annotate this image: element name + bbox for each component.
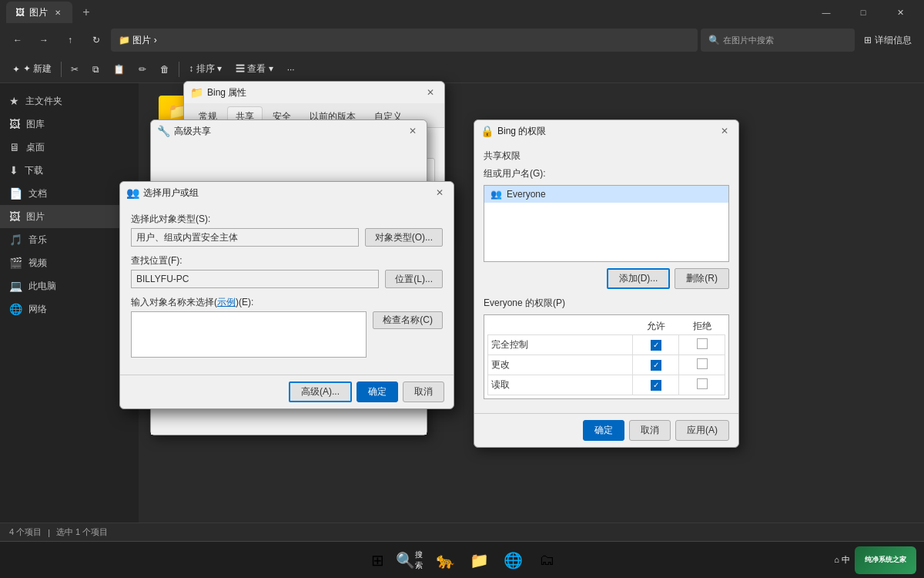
detail-icon: ⊞ bbox=[864, 35, 872, 45]
location-input[interactable] bbox=[131, 270, 379, 288]
delete-btn[interactable]: 🗑 bbox=[154, 59, 176, 80]
refresh-btn[interactable]: ↻ bbox=[85, 29, 108, 52]
user-list[interactable]: 👥 Everyone bbox=[484, 185, 729, 262]
perm-dialog-close[interactable]: ✕ bbox=[717, 123, 732, 139]
table-row: 读取 ✓ bbox=[488, 375, 725, 395]
maximize-btn[interactable]: □ bbox=[845, 0, 881, 25]
names-textarea[interactable] bbox=[131, 311, 367, 358]
perm-dialog-icon: 🔒 bbox=[480, 125, 493, 137]
user-select-close[interactable]: ✕ bbox=[432, 185, 447, 200]
more-btn[interactable]: ··· bbox=[281, 59, 301, 80]
forward-btn[interactable]: → bbox=[32, 29, 55, 52]
perm-ok-btn[interactable]: 确定 bbox=[583, 420, 624, 441]
perm-table: 允许 拒绝 完全控制 ✓ 更改 ✓ bbox=[487, 318, 725, 395]
close-btn[interactable]: ✕ bbox=[882, 0, 918, 25]
paste-btn[interactable]: 📋 bbox=[107, 59, 131, 80]
checkbox-change-deny bbox=[697, 358, 708, 369]
sort-btn[interactable]: ↕ 排序 ▾ bbox=[182, 59, 228, 80]
new-btn[interactable]: ✦ ✦ 新建 bbox=[6, 59, 58, 80]
copy-btn[interactable]: ⧉ bbox=[86, 59, 105, 80]
perm-change-deny[interactable] bbox=[679, 355, 725, 375]
remove-user-btn[interactable]: 删除(R) bbox=[675, 268, 729, 289]
obj-type-input[interactable] bbox=[131, 228, 359, 247]
props-dialog-close[interactable]: ✕ bbox=[423, 85, 438, 100]
location-input-row: 位置(L)... bbox=[131, 270, 443, 288]
back-btn[interactable]: ← bbox=[6, 29, 29, 52]
user-select-footer: 高级(A)... 确定 取消 bbox=[120, 375, 454, 408]
user-select-dialog[interactable]: 👥 选择用户或组 ✕ 选择此对象类型(S): 对象类型(O)... 查找位置(F… bbox=[119, 181, 454, 409]
check-names-btn[interactable]: 检查名称(C) bbox=[373, 311, 443, 329]
example-link[interactable]: 示例 bbox=[217, 297, 236, 307]
network-icon: 🌐 bbox=[9, 303, 22, 315]
add-user-btn[interactable]: 添加(D)... bbox=[607, 268, 671, 289]
taskbar-windows-btn[interactable]: ⊞ bbox=[362, 545, 393, 576]
perm-apply-btn[interactable]: 应用(A) bbox=[675, 420, 729, 441]
taskbar-search-btn[interactable]: 🔍 搜索 bbox=[396, 545, 427, 576]
sidebar-item-home[interactable]: ★ 主文件夹 bbox=[0, 89, 139, 113]
rename-btn[interactable]: ✏ bbox=[132, 59, 152, 80]
user-select-cancel-btn[interactable]: 取消 bbox=[403, 381, 444, 402]
location-btn[interactable]: 位置(L)... bbox=[385, 270, 443, 288]
selected-count: 选中 1 个项目 bbox=[56, 526, 108, 538]
user-select-titlebar: 👥 选择用户或组 ✕ bbox=[120, 182, 454, 203]
sidebar-item-music[interactable]: 🎵 音乐 bbox=[0, 228, 139, 251]
tray-icons: ⌂ 中 bbox=[834, 554, 850, 566]
table-row: 完全控制 ✓ bbox=[488, 335, 725, 355]
taskbar-widget-btn[interactable]: 🐆 bbox=[430, 545, 460, 576]
taskbar-store-btn[interactable]: 🗂 bbox=[531, 545, 562, 576]
perm-footer: 确定 取消 应用(A) bbox=[474, 413, 738, 447]
sidebar-item-pictures[interactable]: 🖼 图片 bbox=[0, 205, 139, 228]
user-everyone-label: Everyone bbox=[507, 189, 546, 200]
perm-dialog[interactable]: 🔒 Bing 的权限 ✕ 共享权限 组或用户名(G): 👥 Everyone 添… bbox=[474, 119, 739, 448]
obj-type-btn[interactable]: 对象类型(O)... bbox=[365, 228, 443, 247]
sidebar-item-desktop[interactable]: 🖥 桌面 bbox=[0, 136, 139, 159]
up-btn[interactable]: ↑ bbox=[59, 29, 82, 52]
search-icon: 🔍 bbox=[708, 35, 720, 45]
search-placeholder: 在图片中搜索 bbox=[723, 35, 774, 46]
adv-share-title: 高级共享 bbox=[174, 125, 400, 138]
perm-full-allow[interactable]: ✓ bbox=[633, 335, 679, 355]
gallery-icon: 🖼 bbox=[9, 118, 20, 130]
perm-read-deny[interactable] bbox=[679, 375, 725, 395]
checkbox-read-allow: ✓ bbox=[651, 380, 661, 391]
obj-type-input-row: 对象类型(O)... bbox=[131, 228, 443, 247]
separator: | bbox=[48, 528, 50, 537]
perm-read-allow[interactable]: ✓ bbox=[633, 375, 679, 395]
user-select-ok-btn[interactable]: 确定 bbox=[357, 381, 398, 402]
perm-cancel-btn[interactable]: 取消 bbox=[629, 420, 671, 441]
detail-btn[interactable]: ⊞ 详细信息 bbox=[858, 29, 918, 52]
videos-icon: 🎬 bbox=[9, 257, 22, 269]
sidebar-item-gallery[interactable]: 🖼 图库 bbox=[0, 113, 139, 136]
checkbox-full-allow: ✓ bbox=[651, 340, 661, 351]
sidebar-item-network[interactable]: 🌐 网络 › bbox=[0, 297, 139, 321]
new-tab-btn[interactable]: + bbox=[75, 2, 97, 23]
minimize-btn[interactable]: — bbox=[808, 0, 844, 25]
search-bar[interactable]: 🔍 在图片中搜索 bbox=[701, 29, 855, 52]
sidebar-item-videos[interactable]: 🎬 视频 bbox=[0, 251, 139, 274]
perm-change: 更改 bbox=[488, 355, 633, 375]
cut-btn[interactable]: ✂ bbox=[65, 59, 85, 80]
perm-full-deny[interactable] bbox=[679, 335, 725, 355]
taskbar-explorer-btn[interactable]: 📁 bbox=[464, 545, 494, 576]
perm-col-name bbox=[488, 318, 633, 335]
advanced-btn[interactable]: 高级(A)... bbox=[289, 381, 352, 402]
perm-change-allow[interactable]: ✓ bbox=[633, 355, 679, 375]
title-bar: 🖼 图片 ✕ + — □ ✕ bbox=[0, 0, 924, 25]
tab-close-btn[interactable]: ✕ bbox=[52, 7, 63, 18]
sidebar-item-thispc[interactable]: 💻 此电脑 › bbox=[0, 274, 139, 297]
user-select-icon: 👥 bbox=[126, 187, 139, 199]
perm-read: 读取 bbox=[488, 375, 633, 395]
adv-share-close[interactable]: ✕ bbox=[405, 123, 420, 139]
address-bar[interactable]: 📁 图片 › bbox=[111, 29, 698, 52]
sidebar-item-downloads[interactable]: ⬇ 下载 bbox=[0, 159, 139, 182]
view-btn[interactable]: ☰ 查看 ▾ bbox=[229, 59, 280, 80]
sidebar-item-documents[interactable]: 📄 文档 bbox=[0, 182, 139, 205]
props-dialog-title: Bing 属性 bbox=[207, 86, 418, 99]
explorer-tab[interactable]: 🖼 图片 ✕ bbox=[6, 2, 72, 23]
checkbox-full-deny bbox=[697, 338, 708, 349]
taskbar-edge-btn[interactable]: 🌐 bbox=[497, 545, 528, 576]
obj-type-row: 选择此对象类型(S): 对象类型(O)... bbox=[131, 213, 443, 247]
user-everyone[interactable]: 👥 Everyone bbox=[484, 186, 728, 203]
names-input-row: 检查名称(C) bbox=[131, 311, 443, 358]
table-row: 更改 ✓ bbox=[488, 355, 725, 375]
